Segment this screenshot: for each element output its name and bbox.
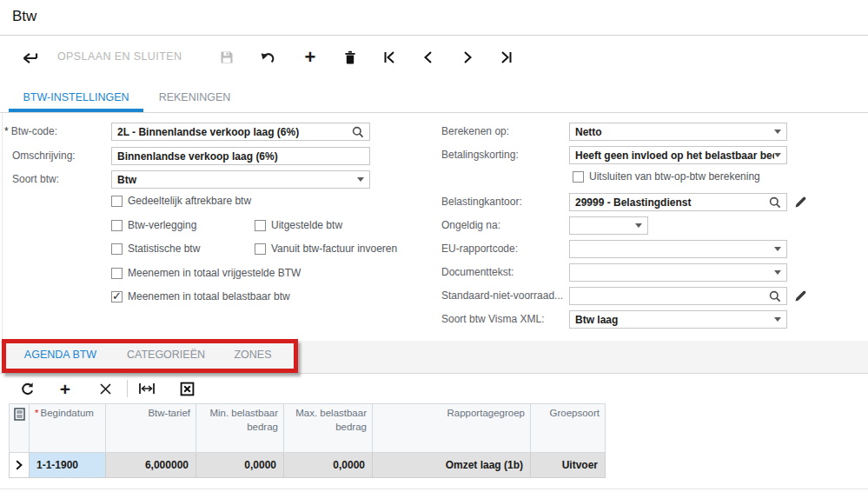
- grid-corner-cell[interactable]: [9, 403, 30, 453]
- checkbox-vanuit-btw-factuur[interactable]: Vanuit btw-factuur invoeren: [255, 243, 397, 255]
- checkbox-box[interactable]: [111, 220, 123, 231]
- documenttekst-select[interactable]: [569, 263, 787, 282]
- chevron-down-icon: [774, 153, 781, 157]
- bottom-divider: [0, 489, 868, 489]
- chevron-right-icon: [461, 50, 474, 64]
- tab-categorieen[interactable]: CATEGORIEËN: [118, 341, 214, 373]
- standaard-niet-voorraad-lookup[interactable]: [569, 287, 787, 305]
- row-selector-cell[interactable]: [9, 453, 30, 478]
- delete-button[interactable]: [337, 44, 363, 70]
- first-record-button[interactable]: [376, 44, 402, 70]
- page-title: Btw: [12, 8, 36, 25]
- checkbox-uitgestelde-btw[interactable]: Uitgestelde btw: [255, 219, 342, 231]
- checkbox-statistische-btw[interactable]: Statistische btw: [111, 243, 200, 255]
- soort-btw-visma-xml-select[interactable]: Btw laag: [569, 310, 787, 329]
- agenda-btw-grid: *Begindatum Btw-tarief Min. belastbaar b…: [9, 403, 606, 478]
- checkbox-box[interactable]: [111, 268, 123, 279]
- notes-icon: [14, 408, 25, 421]
- eu-rapportcode-select[interactable]: [569, 240, 787, 258]
- edit-pencil-icon[interactable]: [794, 289, 808, 303]
- export-excel-button[interactable]: [176, 377, 198, 400]
- tab-rekeningen[interactable]: REKENINGEN: [146, 87, 243, 112]
- search-icon[interactable]: [769, 196, 781, 209]
- col-header-groepsoort[interactable]: Groepsoort: [531, 403, 606, 453]
- panel-left-border: [2, 113, 3, 341]
- last-record-button[interactable]: [494, 44, 520, 70]
- search-icon[interactable]: [352, 126, 364, 138]
- table-row[interactable]: 1-1-1900 6,000000 0,0000 0,0000 Omzet la…: [9, 453, 606, 478]
- col-header-begindatum[interactable]: *Begindatum: [30, 403, 106, 453]
- belastingkantoor-label: Belastingkantoor:: [441, 196, 522, 208]
- documenttekst-label: Documenttekst:: [441, 266, 514, 278]
- undo-icon: [260, 50, 277, 64]
- save-button[interactable]: [214, 44, 240, 70]
- checkbox-box[interactable]: [255, 243, 266, 255]
- refresh-icon: [20, 382, 35, 396]
- checkbox-box[interactable]: [111, 196, 123, 207]
- checkbox-meenemen-belastbaar[interactable]: Meenemen in totaal belastbaar btw: [111, 290, 290, 303]
- undo-button[interactable]: [255, 44, 282, 70]
- main-tab-bar: BTW-INSTELLINGEN REKENINGEN: [0, 87, 868, 113]
- search-icon[interactable]: [769, 290, 781, 303]
- tab-agenda-btw[interactable]: AGENDA BTW: [10, 341, 110, 373]
- excel-export-icon: [180, 382, 195, 396]
- checkbox-box[interactable]: [255, 220, 266, 231]
- omschrijving-input[interactable]: Binnenlandse verkoop laag (6%): [111, 147, 370, 165]
- chevron-left-icon: [421, 50, 435, 64]
- cell-begindatum[interactable]: 1-1-1900: [30, 453, 106, 478]
- berekenen-op-label: Berekenen op:: [441, 125, 509, 137]
- first-record-icon: [382, 50, 396, 64]
- checkbox-gedeeltelijk-aftrekbare-btw[interactable]: Gedeeltelijk aftrekbare btw: [111, 195, 251, 207]
- ongeldig-na-select[interactable]: [569, 216, 648, 235]
- cell-max-belastbaar[interactable]: 0,0000: [284, 453, 373, 478]
- tab-btw-instellingen[interactable]: BTW-INSTELLINGEN: [9, 87, 143, 112]
- back-button[interactable]: [17, 44, 43, 70]
- cell-min-belastbaar[interactable]: 0,0000: [196, 453, 284, 478]
- required-marker: *: [4, 125, 9, 137]
- next-record-button[interactable]: [454, 44, 480, 70]
- checkbox-box[interactable]: [573, 171, 584, 183]
- last-record-icon: [500, 50, 514, 64]
- chevron-down-icon: [774, 317, 781, 322]
- cell-rapportagegroep[interactable]: Omzet laag (1b): [373, 453, 531, 478]
- checkbox-box[interactable]: [111, 291, 123, 303]
- add-row-button[interactable]: +: [54, 377, 76, 400]
- checkbox-box[interactable]: [111, 243, 123, 255]
- add-button[interactable]: +: [297, 44, 323, 70]
- title-bar: Btw: [0, 0, 868, 36]
- col-header-btw-tarief[interactable]: Btw-tarief: [106, 403, 196, 453]
- cell-groepsoort[interactable]: Uitvoer: [531, 453, 606, 478]
- betalingskorting-select[interactable]: Heeft geen invloed op het belastbaar bed: [569, 146, 787, 164]
- chevron-down-icon: [774, 270, 781, 275]
- ongeldig-na-label: Ongeldig na:: [441, 219, 500, 231]
- berekenen-op-select[interactable]: Netto: [569, 123, 787, 141]
- chevron-down-icon: [635, 223, 642, 228]
- col-header-rapportagegroep[interactable]: Rapportagegroep: [373, 403, 531, 453]
- standaard-niet-voorraad-label: Standaard-niet-voorraad...: [441, 289, 563, 302]
- chevron-down-icon: [774, 130, 781, 134]
- back-arrow-icon: [22, 50, 39, 64]
- save-icon: [219, 50, 235, 65]
- refresh-button[interactable]: [16, 377, 38, 400]
- save-and-close-button[interactable]: OPSLAAN EN SLUITEN: [57, 50, 182, 63]
- belastingkantoor-lookup[interactable]: 29999 - Belastingdienst: [569, 193, 787, 211]
- soort-btw-select[interactable]: Btw: [111, 170, 370, 189]
- previous-record-button[interactable]: [415, 44, 441, 70]
- col-header-max-belastbaar[interactable]: Max. belastbaar bedrag: [284, 403, 373, 453]
- detail-tab-bar: AGENDA BTW CATEGORIEËN ZONES: [0, 341, 868, 374]
- col-header-min-belastbaar[interactable]: Min. belastbaar bedrag: [196, 403, 284, 453]
- fit-columns-button[interactable]: [136, 377, 158, 400]
- checkbox-uitsluiten-btw-op-btw[interactable]: Uitsluiten van btw-op-btw berekening: [573, 170, 760, 183]
- checkbox-meenemen-vrijgestelde[interactable]: Meenemen in totaal vrijgestelde BTW: [111, 267, 301, 279]
- x-icon: [99, 382, 112, 396]
- checkbox-btw-verlegging[interactable]: Btw-verlegging: [111, 219, 196, 231]
- cell-btw-tarief[interactable]: 6,000000: [106, 453, 196, 478]
- plus-icon: +: [305, 48, 316, 67]
- trash-icon: [343, 50, 357, 65]
- delete-row-button[interactable]: [94, 377, 116, 400]
- btw-code-input[interactable]: 2L - Binnenlandse verkoop laag (6%): [111, 123, 370, 141]
- tab-zones[interactable]: ZONES: [222, 341, 283, 373]
- soort-btw-label: Soort btw:: [12, 173, 59, 185]
- soort-btw-visma-xml-label: Soort btw Visma XML:: [441, 313, 545, 325]
- edit-pencil-icon[interactable]: [794, 196, 808, 209]
